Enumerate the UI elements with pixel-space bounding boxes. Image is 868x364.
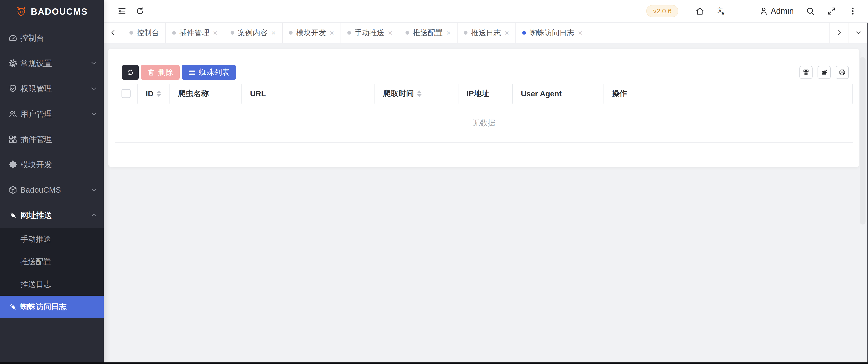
column-settings-button[interactable] <box>800 66 812 79</box>
column-header-select <box>115 84 137 104</box>
columns-icon <box>802 69 810 76</box>
svg-text:A: A <box>721 11 724 16</box>
tab-status-dot <box>172 31 176 35</box>
sidebar-item-push-config[interactable]: 推送配置 <box>0 251 104 273</box>
sidebar-item-badoucms[interactable]: BadouCMS <box>0 177 104 203</box>
sidebar-item-label: 模块开发 <box>20 159 52 170</box>
table-tools <box>800 66 849 79</box>
tab-console[interactable]: 控制台 <box>123 23 166 43</box>
sidebar-item-push-log[interactable]: 推送日志 <box>0 273 104 296</box>
refresh-page-icon[interactable] <box>135 6 145 16</box>
tab-label: 案例内容 <box>238 28 268 38</box>
fox-logo-icon <box>16 6 27 17</box>
export-button[interactable] <box>817 66 831 79</box>
sidebar-item-label: 常规设置 <box>20 58 52 69</box>
sidebar-item-url-push[interactable]: 网址推送 <box>0 203 104 228</box>
column-header-crawl-time[interactable]: 爬取时间 <box>375 84 459 104</box>
delete-button-label: 删除 <box>158 67 173 77</box>
sidebar-item-permissions[interactable]: 权限管理 <box>0 76 104 101</box>
topbar-left <box>117 6 145 16</box>
user-menu[interactable]: Admin <box>759 6 794 16</box>
tab-status-dot <box>129 31 133 35</box>
tab-push-config[interactable]: 推送配置× <box>399 23 458 43</box>
translate-icon[interactable]: 文A <box>716 6 726 16</box>
tab-spider-log[interactable]: 蜘蛛访问日志× <box>516 23 589 43</box>
tab-label: 插件管理 <box>180 28 209 38</box>
tab-status-dot <box>230 31 234 35</box>
print-button[interactable] <box>836 66 849 79</box>
vertical-scrollbar-thumb[interactable] <box>860 57 866 225</box>
chevron-down-icon <box>90 60 98 67</box>
column-header-id[interactable]: ID <box>137 84 170 104</box>
puzzle-icon <box>8 160 18 169</box>
collapse-sidebar-icon[interactable] <box>117 6 127 16</box>
window-right-edge <box>867 23 868 364</box>
tabs-scroll-left-button[interactable] <box>104 23 123 43</box>
main-area: v2.0.6 文A Admin 控制台插件管理×案例内容×模块开发×手动推送×推… <box>104 0 868 364</box>
tab-plugins[interactable]: 插件管理× <box>166 23 224 43</box>
column-label: 爬取时间 <box>383 89 414 99</box>
column-label: 爬虫名称 <box>178 89 209 99</box>
sidebar-item-manual-push[interactable]: 手动推送 <box>0 228 104 251</box>
sort-caret[interactable] <box>157 91 161 97</box>
tab-status-dot <box>405 31 409 35</box>
tabs: 控制台插件管理×案例内容×模块开发×手动推送×推送配置×推送日志×蜘蛛访问日志× <box>123 23 589 43</box>
tab-close-icon[interactable]: × <box>388 29 393 37</box>
app-title: BADOUCMS <box>31 6 88 17</box>
column-header-user-agent: User Agent <box>513 84 603 104</box>
sidebar-item-general-settings[interactable]: 常规设置 <box>0 51 104 76</box>
logo: BADOUCMS <box>0 0 104 23</box>
sidebar-item-users[interactable]: 用户管理 <box>0 101 104 127</box>
list-icon <box>188 68 196 76</box>
sidebar-item-console[interactable]: 控制台 <box>0 25 104 51</box>
clear-cache-trash-icon[interactable] <box>738 6 747 16</box>
tab-close-icon[interactable]: × <box>578 29 583 37</box>
tabs-scroll-right-button[interactable] <box>829 23 848 43</box>
spider-list-button-label: 蜘蛛列表 <box>199 67 230 77</box>
tab-status-dot <box>522 31 526 35</box>
column-header-actions: 操作 <box>603 84 852 104</box>
chevron-down-icon <box>90 110 98 118</box>
tab-close-icon[interactable]: × <box>505 29 509 37</box>
sort-caret[interactable] <box>417 91 422 97</box>
sidebar-item-label: 推送日志 <box>20 279 51 290</box>
column-header-url: URL <box>242 84 375 104</box>
fullscreen-icon[interactable] <box>827 6 836 16</box>
sidebar-item-plugins[interactable]: 插件管理 <box>0 127 104 152</box>
tab-close-icon[interactable]: × <box>271 29 276 37</box>
table-empty-state: 无数据 <box>115 104 852 143</box>
spider-list-button[interactable]: 蜘蛛列表 <box>182 65 236 80</box>
refresh-table-button[interactable] <box>122 65 139 80</box>
tabbar-spacer <box>589 23 829 43</box>
tab-close-icon[interactable]: × <box>213 29 217 37</box>
tab-module-dev[interactable]: 模块开发× <box>283 23 341 43</box>
tab-manual-push[interactable]: 手动推送× <box>341 23 399 43</box>
sidebar-item-label: 用户管理 <box>20 109 52 120</box>
sidebar-item-label: 权限管理 <box>20 84 52 94</box>
sidebar-item-label: 插件管理 <box>20 134 52 145</box>
tabbar: 控制台插件管理×案例内容×模块开发×手动推送×推送配置×推送日志×蜘蛛访问日志× <box>104 23 868 43</box>
tab-case-content[interactable]: 案例内容× <box>224 23 283 43</box>
sidebar-item-module-dev[interactable]: 模块开发 <box>0 152 104 177</box>
search-icon[interactable] <box>806 6 815 16</box>
select-all-checkbox[interactable] <box>122 89 130 98</box>
tab-push-log[interactable]: 推送日志× <box>458 23 516 43</box>
tab-close-icon[interactable]: × <box>330 29 334 37</box>
tab-label: 推送日志 <box>471 28 501 38</box>
column-label: 操作 <box>612 89 627 99</box>
kebab-menu-icon[interactable] <box>848 6 858 16</box>
chevron-down-icon <box>90 85 98 93</box>
plug-icon <box>8 210 18 220</box>
sidebar-item-label: 蜘蛛访问日志 <box>20 302 66 312</box>
tabs-dropdown-button[interactable] <box>848 23 868 43</box>
column-header-ip: IP地址 <box>459 84 513 104</box>
tab-close-icon[interactable]: × <box>446 29 451 37</box>
column-label: User Agent <box>521 89 562 98</box>
delete-button[interactable]: 删除 <box>141 65 180 80</box>
sidebar-item-spider-log[interactable]: 蜘蛛访问日志 <box>0 296 104 318</box>
users-icon <box>8 109 18 119</box>
plug-icon <box>8 302 18 311</box>
home-icon[interactable] <box>695 6 705 16</box>
user-icon <box>759 6 769 16</box>
content-area: 删除 蜘蛛列表 ID爬虫名称URL爬取时间IP地址User Agent操作 <box>104 43 868 364</box>
